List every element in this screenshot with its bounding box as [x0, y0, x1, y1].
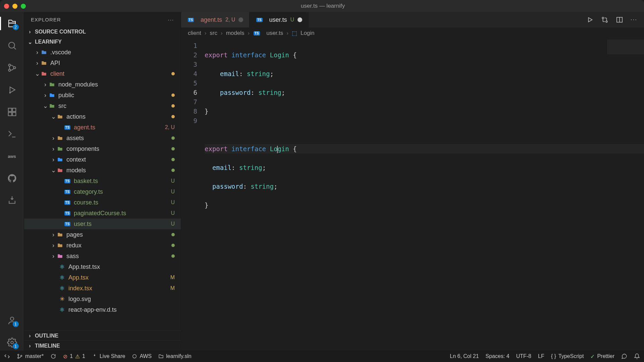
tree-folder-pages[interactable]: ›pages: [24, 229, 181, 240]
tree-folder-api[interactable]: ›API: [24, 58, 181, 68]
tab-label: user.ts: [269, 16, 287, 23]
breadcrumb-item[interactable]: client: [188, 30, 201, 37]
source-control-section[interactable]: ›SOURCE CONTROL: [24, 27, 181, 37]
tree-file-category-ts[interactable]: TScategory.tsU: [24, 186, 181, 197]
tree-file-paginated-course-ts[interactable]: TSpaginatedCourse.tsU: [24, 208, 181, 219]
remote-button[interactable]: [4, 353, 10, 359]
activity-search[interactable]: [4, 38, 20, 54]
tree-file-course-ts[interactable]: TScourse.tsU: [24, 197, 181, 208]
run-icon[interactable]: [586, 16, 594, 23]
breadcrumb-item[interactable]: user.ts: [266, 30, 283, 37]
tree-folder-models[interactable]: ⌄models: [24, 165, 181, 176]
eol-button[interactable]: LF: [538, 353, 544, 359]
activity-extensions[interactable]: [4, 104, 20, 120]
git-status-dot: [171, 72, 175, 75]
breadcrumb-item[interactable]: models: [226, 30, 245, 37]
tree-folder-assets[interactable]: ›assets: [24, 133, 181, 143]
window-close-button[interactable]: [4, 4, 9, 9]
code-content[interactable]: export interface Login { email: string; …: [205, 39, 644, 351]
tree-folder-components[interactable]: ›components: [24, 143, 181, 154]
problems-button[interactable]: ⊘1 ⚠1: [63, 353, 85, 360]
tree-file-user-ts[interactable]: TSuser.tsU: [24, 219, 181, 229]
tok: {: [289, 51, 297, 59]
tree-label: API: [50, 60, 175, 67]
activity-settings[interactable]: 1: [4, 335, 20, 351]
feedback-icon[interactable]: [621, 353, 627, 359]
solution-button[interactable]: learnify.sln: [158, 353, 191, 359]
tab-close-icon[interactable]: [238, 17, 243, 22]
minimap-viewport[interactable]: [607, 40, 644, 54]
tree-file-app-tsx[interactable]: ⚛App.tsxM: [24, 272, 181, 283]
live-share-button[interactable]: Live Share: [92, 353, 125, 359]
activity-terminal-icon[interactable]: [4, 126, 20, 142]
tree-folder-vscode[interactable]: ›.vscode: [24, 47, 181, 58]
activity-aws[interactable]: aws: [4, 148, 20, 164]
breadcrumb-item[interactable]: src: [210, 30, 217, 37]
chevron-right-icon: ›: [221, 30, 223, 37]
tab-user-ts[interactable]: TS user.ts U: [250, 12, 309, 27]
tree-label: sass: [66, 253, 169, 260]
minimap[interactable]: [607, 39, 644, 351]
tok: password: [220, 89, 251, 96]
window-minimize-button[interactable]: [12, 4, 17, 9]
tab-agent-ts[interactable]: TS agent.ts 2, U: [181, 12, 250, 27]
activity-account[interactable]: 1: [4, 312, 20, 328]
tree-folder-src[interactable]: ⌄src: [24, 101, 181, 111]
split-editor-icon[interactable]: [616, 16, 623, 23]
tree-file-logo-svg[interactable]: ✳logo.svg: [24, 294, 181, 304]
tree-file-agent-ts[interactable]: TSagent.ts2, U: [24, 122, 181, 133]
breadcrumb-item[interactable]: Login: [301, 30, 315, 37]
timeline-section[interactable]: ›TIMELINE: [24, 341, 181, 351]
activity-github[interactable]: [4, 170, 20, 186]
tab-unsaved-dot-icon[interactable]: [298, 17, 302, 22]
prettier-button[interactable]: ✓ Prettier: [590, 353, 614, 360]
line-number: 6: [181, 88, 197, 97]
aws-port-button[interactable]: AWS: [132, 353, 152, 359]
typescript-file-icon: TS: [64, 124, 71, 131]
tree-file-react-app-env[interactable]: ⚛react-app-env.d.ts: [24, 304, 181, 315]
svg-point-11: [602, 17, 604, 19]
tok: interface: [231, 51, 266, 59]
tree-label: redux: [66, 242, 169, 249]
git-compare-icon[interactable]: [601, 16, 608, 23]
folder-icon: [48, 102, 56, 110]
live-share-label: Live Share: [100, 353, 125, 359]
activity-run-debug[interactable]: [4, 82, 20, 98]
tree-folder-public[interactable]: ›public: [24, 90, 181, 101]
project-section[interactable]: ⌄LEARNIFY: [24, 37, 181, 47]
git-branch-button[interactable]: master*: [17, 353, 44, 359]
encoding-button[interactable]: UTF-8: [516, 353, 531, 359]
tree-folder-actions[interactable]: ⌄actions: [24, 111, 181, 122]
breadcrumbs[interactable]: client› src› models› TS user.ts› ⬚ Login: [181, 27, 644, 39]
outline-section[interactable]: ›OUTLINE: [24, 330, 181, 341]
project-label: LEARNIFY: [35, 39, 62, 45]
indentation-button[interactable]: Spaces: 4: [486, 353, 509, 359]
tree-folder-client[interactable]: ⌄client: [24, 68, 181, 79]
activity-live-share-icon[interactable]: [4, 192, 20, 208]
window-maximize-button[interactable]: [21, 4, 26, 9]
tree-label: logo.svg: [68, 296, 175, 303]
tree-folder-redux[interactable]: ›redux: [24, 240, 181, 251]
tok: export: [205, 51, 228, 59]
tree-folder-node-modules[interactable]: ›node_modules: [24, 79, 181, 90]
line-number: 4: [181, 69, 197, 78]
tree-folder-context[interactable]: ›context: [24, 154, 181, 165]
activity-source-control[interactable]: [4, 60, 20, 76]
explorer-more-icon[interactable]: ···: [168, 17, 174, 22]
sync-button[interactable]: [50, 353, 56, 359]
tree-folder-sass[interactable]: ›sass: [24, 251, 181, 261]
tree-label: paginatedCourse.ts: [74, 210, 171, 217]
tree-file-app-test-tsx[interactable]: ⚛App.test.tsx: [24, 261, 181, 272]
language-mode-button[interactable]: { } TypeScript: [551, 353, 584, 359]
window-title: user.ts — learnify: [26, 3, 620, 9]
cursor-position[interactable]: Ln 6, Col 21: [450, 353, 479, 359]
svg-rect-6: [12, 108, 16, 112]
code-editor[interactable]: 1 2 3 4 5 6 7 8 9 export interface Login…: [181, 39, 644, 351]
tree-file-index-tsx[interactable]: ⚛index.tsxM: [24, 283, 181, 294]
tree-file-basket-ts[interactable]: TSbasket.tsU: [24, 176, 181, 186]
notifications-icon[interactable]: [634, 353, 640, 359]
activity-explorer[interactable]: 2: [4, 15, 20, 32]
branch-label: master*: [25, 353, 44, 359]
line-number-gutter: 1 2 3 4 5 6 7 8 9: [181, 39, 205, 351]
more-actions-icon[interactable]: ···: [631, 16, 637, 23]
